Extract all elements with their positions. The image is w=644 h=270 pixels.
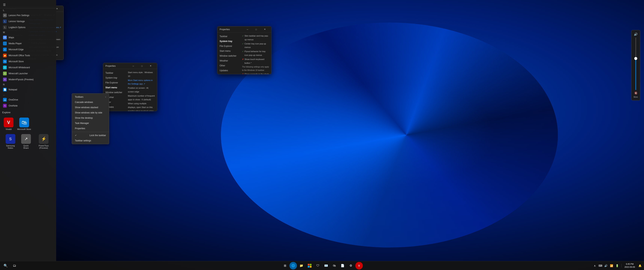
menu-check-lock: ✓ <box>75 134 77 137</box>
app-item-ms-store[interactable]: 🛍 Microsoft Store <box>0 59 56 65</box>
prop2-position: Position on screen : At screen edge <box>128 86 155 94</box>
volume-icon-top[interactable]: 🔊 <box>634 33 638 36</box>
grid-item-ms-store2[interactable]: 🛍 Microsoft Store <box>16 116 32 132</box>
wallpaper-swirl <box>221 23 558 247</box>
sidebar-windowswitcher-3[interactable]: Window switcher <box>217 53 240 58</box>
taskbar-mail-icon[interactable]: 📧 <box>322 262 330 269</box>
volume-icon-mute[interactable]: 🔇 <box>634 91 638 94</box>
shield-icon: 🛡 <box>316 264 320 267</box>
close-btn-3[interactable]: ✕ <box>260 27 269 33</box>
menu-item-taskmanager[interactable]: Task Manager <box>72 120 109 126</box>
minimize-btn-3[interactable]: ─ <box>243 27 252 33</box>
menu-item-lock[interactable]: ✓ Lock the taskbar <box>72 133 109 138</box>
app-icon-ms-store: 🛍 <box>3 60 7 63</box>
sidebar-taskbar-2[interactable]: Taskbar <box>103 70 126 75</box>
menu-item-properties[interactable]: Properties <box>72 126 109 131</box>
taskbar-explorer-icon[interactable]: 📁 <box>298 262 305 269</box>
menu-item-taskbar-settings[interactable]: Taskbar settings <box>72 138 109 143</box>
volume-slider-track[interactable] <box>636 38 636 90</box>
minimize-btn-2[interactable]: ─ <box>129 63 138 69</box>
app-item-office-tools[interactable]: 📁 Microsoft Office Tools <box>0 53 56 59</box>
tray-battery[interactable]: 🔋 <box>614 262 620 269</box>
sidebar-systemtray-3[interactable]: System tray <box>217 39 240 44</box>
maximize-btn-3[interactable]: □ <box>252 27 260 33</box>
grid-item-vivaldi[interactable]: V Vivaldi <box>2 116 15 132</box>
app-icon-lenovo-pen: ✏ <box>3 14 7 17</box>
menu-item-cascade[interactable]: Cascade windows <box>72 100 109 105</box>
app-label-ms-store: Microsoft Store <box>8 60 24 63</box>
grid-icon-samsung: S <box>6 134 15 144</box>
app-item-logitech[interactable]: L Logitech Options <box>0 24 56 30</box>
tray-keyboard[interactable]: ⌨ <box>598 262 603 269</box>
volume-slider-thumb[interactable] <box>634 57 637 60</box>
grid-row-2: S Samsung Notes ↗ Quick Share ⚡ PowerToy… <box>2 132 54 151</box>
taskbar-browser-icon[interactable]: 🌐 <box>290 262 297 269</box>
sidebar-fileexplorer-2[interactable]: File Explorer <box>103 80 126 85</box>
sidebar-weather-3[interactable]: Weather <box>217 58 240 63</box>
menu-item-desktop[interactable]: Show the desktop <box>72 115 109 120</box>
app-item-lenovo-vantage[interactable]: L Lenovo Vantage <box>0 18 56 24</box>
sidebar-startmenu-2[interactable]: Start menu <box>103 85 126 90</box>
app-item-onenote[interactable]: N OneNote <box>0 103 56 109</box>
app-label-notepad: Notepad <box>8 88 17 91</box>
app-item-edge[interactable]: e Microsoft Edge <box>0 47 56 53</box>
app-item-whiteboard[interactable]: W Microsoft Whiteboard <box>0 65 56 70</box>
app-item-maps[interactable]: 🗺 Maps <box>0 35 56 41</box>
clock-date: 2022-09-09 <box>624 266 635 268</box>
prop3-flyout: ✓ Flyout behavior for tray icon pop-up m… <box>242 50 269 57</box>
grid-item-quickshare[interactable]: ↗ Quick Share <box>19 132 32 151</box>
maximize-btn-2[interactable]: □ <box>138 63 146 69</box>
sidebar-other-3[interactable]: Other <box>217 63 240 68</box>
app-item-notepad[interactable]: 📄 Notepad <box>0 87 56 93</box>
prop3-skin: ✓ Skin taskbar and tray pop-up menus <box>242 34 269 42</box>
taskbar-notepad-icon[interactable]: 📄 <box>339 262 346 269</box>
chevron-icon: ∧ <box>594 264 596 267</box>
app-item-minecraft[interactable]: M Minecraft Launcher <box>0 70 56 76</box>
taskbar-settings-icon[interactable]: ⚙ <box>347 262 354 269</box>
menu-icon[interactable]: ☰ <box>3 3 6 7</box>
prop2-more[interactable]: More Start menu options in the Settings … <box>128 78 155 86</box>
tray-chevron[interactable]: ∧ <box>592 262 598 269</box>
menu-label-properties: Properties <box>75 127 85 130</box>
grid-item-samsung[interactable]: S Samsung Notes <box>2 132 18 151</box>
taskbar-taskview-btn[interactable]: 🗂 <box>10 261 19 270</box>
close-btn-2[interactable]: ✕ <box>146 63 155 69</box>
taskbar-search-btn[interactable]: 🔍 <box>2 261 10 270</box>
taskbar-vivaldi-icon[interactable]: V <box>355 262 363 269</box>
sidebar-systemtray-2[interactable]: System tray <box>103 75 126 80</box>
tray-divider <box>621 264 622 267</box>
taskbar-start-btn[interactable]: ⊞ <box>281 262 289 269</box>
notification-icon[interactable]: 🔔 <box>637 262 642 269</box>
app-item-onedrive[interactable]: ☁ OneDrive <box>0 97 56 103</box>
taskbar-center: ⊞ 🌐 📁 🛡 📧 🛍 📄 ⚙ <box>281 262 363 269</box>
app-icon-lenovo-vantage: L <box>3 20 7 23</box>
menu-item-toolbars[interactable]: Toolbars › <box>72 94 109 100</box>
volume-tray-icon: 🔊 <box>604 264 608 267</box>
taskbar-clock[interactable]: 6:45 PM 2022-09-09 <box>623 263 636 268</box>
taskbar-ms-icon[interactable] <box>306 262 314 269</box>
tray-network[interactable]: 📶 <box>609 262 614 269</box>
grid-item-powertoys[interactable]: ⚡ PowerToys (Preview) <box>33 132 54 151</box>
window-titlebar-3: Properties ─ □ ✕ <box>217 27 271 33</box>
sidebar-fileexplorer-3[interactable]: File Explorer <box>217 44 240 49</box>
app-item-media-player[interactable]: 🎵 Media Player <box>0 41 56 47</box>
menu-label-stacked: Show windows stacked <box>75 106 98 109</box>
sidebar-taskbar-3[interactable]: Taskbar <box>217 34 240 39</box>
prop3-seconds: ✗ Show seconds in the clock <box>242 72 269 74</box>
menu-item-stacked[interactable]: Show windows stacked <box>72 105 109 110</box>
sidebar-updates-3[interactable]: Updates <box>217 68 240 73</box>
app-item-modernflyouts[interactable]: M ModernFlyouts (Preview) <box>0 76 56 82</box>
menu-item-sidebyside[interactable]: Show windows side by side <box>72 110 109 115</box>
window-content-3: Taskbar System tray File Explorer Start … <box>217 33 271 74</box>
app-label-office-tools: Microsoft Office Tools <box>8 54 30 57</box>
prop3-touch-kb: ✗ Show touch keyboard button * <box>242 57 269 65</box>
sidebar-startmenu-3[interactable]: Start menu <box>217 49 240 53</box>
app-icon-edge: e <box>3 48 7 51</box>
battery-icon: 🔋 <box>616 264 619 267</box>
taskbar-shield-icon[interactable]: 🛡 <box>314 262 322 269</box>
taskbar-store-icon2[interactable]: 🛍 <box>330 262 338 269</box>
tray-volume[interactable]: 🔊 <box>604 262 608 269</box>
app-item-lenovo-pen[interactable]: ✏ Lenovo Pen Settings <box>0 12 56 18</box>
sidebar-advanced-3[interactable]: Advanced <box>217 73 240 74</box>
network-icon: 📶 <box>610 264 613 267</box>
